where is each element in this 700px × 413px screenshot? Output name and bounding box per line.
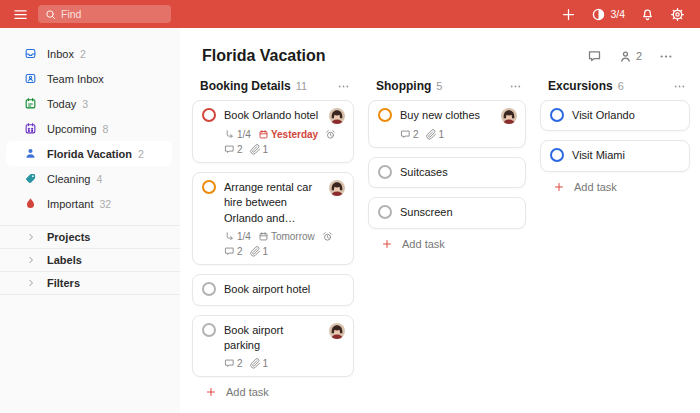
shared-project-icon: [24, 147, 37, 160]
attachment-icon: [250, 144, 261, 155]
task-card[interactable]: Book airport parking21: [192, 315, 354, 378]
task-checkbox[interactable]: [202, 180, 216, 194]
sidebar-item-label: Inbox: [47, 48, 74, 60]
app-window: Find 3/4 Inbox2Team InboxToday3Upcoming8…: [0, 0, 700, 413]
attachment-icon: [250, 246, 261, 257]
members-count: 2: [636, 50, 642, 62]
task-card[interactable]: Visit Orlando: [540, 100, 690, 131]
chevron-right-icon: [26, 232, 36, 242]
sidebar-item-count: 4: [96, 173, 102, 185]
members-button[interactable]: 2: [618, 49, 642, 64]
inbox-icon: [24, 47, 37, 60]
calendar-icon: [258, 129, 269, 140]
task-card[interactable]: Sunscreen: [368, 197, 526, 228]
comments-count-label: 2: [413, 129, 419, 140]
chevron-right-icon: [26, 278, 36, 288]
subtasks-count: 1/4: [237, 231, 251, 242]
task-checkbox[interactable]: [202, 282, 216, 296]
task-card[interactable]: Book airport hotel: [192, 274, 354, 305]
attachment-icon: [250, 358, 261, 369]
task-checkbox[interactable]: [378, 108, 392, 122]
comments-count-label: 2: [237, 246, 243, 257]
comment-icon: [224, 358, 235, 369]
chevron-right-icon: [26, 255, 36, 265]
sidebar-group-label: Filters: [47, 277, 80, 289]
sidebar-item-count: 2: [80, 48, 86, 60]
column-name: Excursions: [548, 79, 613, 93]
due-date: Yesterday: [258, 129, 318, 140]
subtasks-icon: [224, 231, 235, 242]
subtasks-progress: 1/4: [224, 231, 251, 242]
task-row: Arrange rental car hire between Orlando …: [202, 180, 345, 226]
add-task-label: Add task: [226, 386, 269, 398]
task-checkbox[interactable]: [550, 148, 564, 162]
task-checkbox[interactable]: [378, 165, 392, 179]
task-card[interactable]: Visit Miami: [540, 140, 690, 171]
sidebar-item-cleaning[interactable]: Cleaning4: [0, 166, 180, 191]
comments-count-label: 2: [237, 358, 243, 369]
board-column-booking-details: Booking Details11Book Orlando hotel1/4Ye…: [192, 79, 354, 398]
task-meta: 1/4Tomorrow21: [224, 231, 345, 257]
task-card[interactable]: Suitcases: [368, 157, 526, 188]
task-row: Book airport hotel: [202, 282, 345, 297]
comment-icon: [224, 144, 235, 155]
sidebar-item-label: Florida Vacation: [47, 148, 132, 160]
task-checkbox[interactable]: [550, 108, 564, 122]
attachments-count-label: 1: [439, 129, 445, 140]
add-task-button[interactable]: Add task: [368, 238, 526, 250]
sidebar-item-important[interactable]: Important32: [0, 191, 180, 216]
task-card[interactable]: Buy new clothes21: [368, 100, 526, 148]
add-task-button[interactable]: Add task: [540, 181, 690, 193]
attachments-count: 1: [250, 144, 269, 155]
attachments-count: 1: [426, 129, 445, 140]
sidebar-group-filters[interactable]: Filters: [0, 271, 180, 294]
search-input[interactable]: Find: [38, 5, 171, 23]
label-icon: [24, 172, 37, 185]
assignee-avatar: [329, 323, 345, 339]
attachments-count: 1: [250, 358, 269, 369]
add-task-label: Add task: [402, 238, 445, 250]
task-card[interactable]: Arrange rental car hire between Orlando …: [192, 172, 354, 265]
project-actions: 2: [587, 49, 674, 64]
notifications-bell-icon[interactable]: [640, 7, 655, 22]
attachments-count: 1: [250, 246, 269, 257]
page-title: Florida Vacation: [202, 47, 326, 65]
sidebar-item-inbox[interactable]: Inbox2: [0, 41, 180, 66]
sidebar-group-projects[interactable]: Projects: [0, 225, 180, 248]
comments-icon[interactable]: [587, 49, 602, 64]
sidebar-item-team-inbox[interactable]: Team Inbox: [0, 66, 180, 91]
comments-count: 2: [400, 129, 419, 140]
hamburger-menu-icon[interactable]: [13, 7, 28, 22]
sidebar-item-label: Today: [47, 98, 76, 110]
assignee-avatar: [329, 180, 345, 196]
sidebar-item-today[interactable]: Today3: [0, 91, 180, 116]
project-more-options-icon[interactable]: [658, 49, 674, 64]
upcoming-icon: [24, 122, 37, 135]
task-checkbox[interactable]: [202, 108, 216, 122]
task-title: Visit Orlando: [572, 108, 681, 123]
column-more-options-icon[interactable]: [509, 80, 522, 93]
settings-gear-icon[interactable]: [670, 7, 685, 22]
add-task-button[interactable]: Add task: [192, 386, 354, 398]
subtasks-progress: 1/4: [224, 129, 251, 140]
task-checkbox[interactable]: [202, 323, 216, 337]
sidebar-item-upcoming[interactable]: Upcoming8: [0, 116, 180, 141]
productivity-counter[interactable]: 3/4: [591, 7, 625, 22]
search-placeholder: Find: [61, 8, 81, 20]
flame-icon: [24, 197, 37, 210]
column-more-options-icon[interactable]: [337, 80, 350, 93]
task-title: Book airport hotel: [224, 282, 345, 297]
sidebar-item-label: Important: [47, 198, 93, 210]
sidebar-group-labels[interactable]: Labels: [0, 248, 180, 271]
column-more-options-icon[interactable]: [673, 80, 686, 93]
board-column-shopping: Shopping5Buy new clothes21SuitcasesSunsc…: [368, 79, 526, 250]
column-count: 11: [296, 80, 307, 92]
sidebar-item-florida-vacation[interactable]: Florida Vacation2: [6, 141, 172, 166]
task-checkbox[interactable]: [378, 205, 392, 219]
comments-count-label: 2: [237, 144, 243, 155]
add-task-quick-icon[interactable]: [561, 7, 576, 22]
task-card[interactable]: Book Orlando hotel1/4Yesterday21: [192, 100, 354, 163]
sidebar-item-count: 8: [103, 123, 109, 135]
sidebar-item-label: Upcoming: [47, 123, 97, 135]
assignee-avatar: [501, 108, 517, 124]
